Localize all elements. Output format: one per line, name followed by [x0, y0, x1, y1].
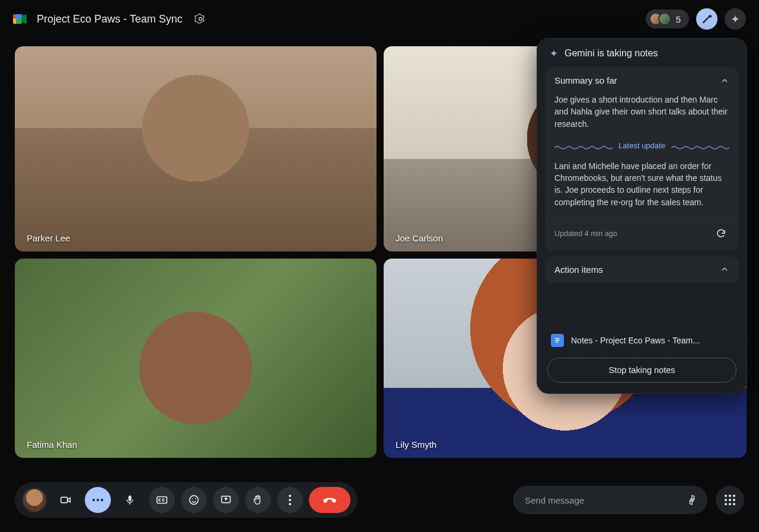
- bottom-bar-right: [513, 486, 744, 514]
- top-bar-left: Project Eco Paws - Team Sync: [13, 9, 210, 28]
- svg-point-27: [725, 503, 727, 505]
- wave-divider-icon: [554, 145, 613, 146]
- camera-toggle-button[interactable]: [53, 487, 79, 513]
- microphone-toggle-button[interactable]: [117, 487, 143, 513]
- svg-point-25: [729, 499, 731, 501]
- hangup-icon: [321, 492, 338, 508]
- latest-update-divider: Latest update: [554, 141, 729, 152]
- gemini-panel-title: Gemini is taking notes: [565, 48, 658, 59]
- summary-section: Summary so far Joe gives a short introdu…: [545, 67, 739, 250]
- svg-rect-11: [129, 502, 130, 504]
- svg-point-17: [289, 495, 291, 497]
- summary-header-label: Summary so far: [554, 75, 617, 85]
- refresh-summary-button[interactable]: [713, 225, 729, 242]
- gemini-button[interactable]: [725, 8, 746, 30]
- top-bar-right: 5: [646, 8, 746, 30]
- svg-rect-10: [129, 496, 132, 501]
- svg-point-22: [729, 495, 731, 497]
- gear-icon: [686, 494, 698, 506]
- take-notes-button[interactable]: [696, 8, 717, 30]
- participants-count: 5: [676, 14, 681, 24]
- camera-icon: [59, 493, 72, 506]
- avatar: [658, 12, 671, 26]
- gemini-spark-icon: [549, 49, 559, 58]
- chevron-up-icon: [720, 265, 729, 274]
- meet-logo-icon: [13, 12, 28, 26]
- gemini-notes-panel: Gemini is taking notes Summary so far Jo…: [537, 38, 747, 394]
- svg-point-7: [93, 499, 95, 501]
- svg-point-13: [190, 496, 199, 505]
- leave-call-button[interactable]: [309, 487, 350, 513]
- participant-tile[interactable]: Fatima Khan: [15, 259, 377, 458]
- meeting-title: Project Eco Paws - Team Sync: [37, 13, 183, 26]
- summary-latest-text: Lani and Michelle have placed an order f…: [554, 160, 729, 208]
- svg-point-28: [729, 503, 731, 505]
- docs-icon: [551, 334, 564, 347]
- microphone-icon: [124, 494, 136, 506]
- action-items-label: Action items: [554, 265, 603, 275]
- emoji-icon: [187, 493, 200, 506]
- refresh-icon: [716, 228, 726, 239]
- svg-point-19: [289, 503, 291, 505]
- chat-compose: [513, 486, 707, 514]
- chat-input[interactable]: [524, 495, 681, 506]
- svg-point-26: [733, 499, 735, 501]
- stop-notes-label: Stop taking notes: [608, 365, 675, 375]
- svg-point-18: [289, 499, 291, 501]
- apps-grid-icon: [724, 494, 736, 506]
- notes-doc-link[interactable]: Notes - Project Eco Paws - Team...: [547, 330, 736, 351]
- wave-divider-icon: [671, 145, 729, 146]
- action-items-section: Action items: [545, 256, 739, 283]
- svg-rect-4: [556, 340, 560, 340]
- participant-name: Joe Carlson: [396, 233, 443, 243]
- summary-section-header[interactable]: Summary so far: [545, 67, 739, 94]
- svg-point-0: [199, 18, 202, 21]
- svg-rect-3: [556, 338, 560, 339]
- stop-taking-notes-button[interactable]: Stop taking notes: [547, 358, 736, 383]
- notes-doc-title: Notes - Project Eco Paws - Team...: [571, 336, 700, 345]
- top-bar: Project Eco Paws - Team Sync 5: [0, 0, 759, 38]
- participant-name: Fatima Khan: [27, 439, 77, 450]
- chat-settings-button[interactable]: [681, 489, 703, 511]
- bottom-bar: [0, 468, 759, 532]
- more-options-button[interactable]: [277, 487, 303, 513]
- summary-text: Joe gives a short introduction and then …: [554, 94, 729, 130]
- raise-hand-button[interactable]: [245, 487, 271, 513]
- gemini-panel-header: Gemini is taking notes: [537, 39, 747, 67]
- captions-icon: [155, 493, 168, 506]
- call-controls: [15, 482, 358, 518]
- dots-vertical-icon: [288, 494, 292, 506]
- reactions-button[interactable]: [181, 487, 207, 513]
- apps-grid-button[interactable]: [716, 486, 744, 514]
- participant-name: Parker Lee: [27, 233, 70, 243]
- present-icon: [219, 493, 232, 506]
- svg-point-1: [710, 15, 711, 16]
- svg-point-29: [733, 503, 735, 505]
- participants-avatars: [649, 12, 671, 26]
- svg-point-24: [725, 499, 727, 501]
- gemini-panel-body[interactable]: Summary so far Joe gives a short introdu…: [537, 67, 747, 326]
- gemini-panel-footer: Notes - Project Eco Paws - Team... Stop …: [537, 326, 747, 393]
- participant-tile[interactable]: Parker Lee: [15, 46, 377, 251]
- present-screen-button[interactable]: [213, 487, 239, 513]
- svg-point-14: [192, 498, 193, 499]
- svg-rect-6: [61, 497, 68, 502]
- self-avatar[interactable]: [22, 488, 47, 512]
- svg-point-8: [97, 499, 99, 501]
- svg-point-23: [733, 495, 735, 497]
- svg-point-15: [195, 498, 196, 499]
- audio-options-button[interactable]: [85, 487, 111, 513]
- action-items-header[interactable]: Action items: [545, 256, 739, 283]
- latest-update-label: Latest update: [618, 141, 665, 152]
- dots-horizontal-icon: [92, 498, 104, 502]
- captions-button[interactable]: [149, 487, 175, 513]
- updated-timestamp: Updated 4 min ago: [554, 230, 617, 238]
- chevron-up-icon: [720, 76, 729, 85]
- summary-section-body: Joe gives a short introduction and then …: [545, 94, 739, 218]
- svg-rect-5: [556, 342, 559, 342]
- summary-updated-row: Updated 4 min ago: [545, 218, 739, 250]
- raise-hand-icon: [252, 494, 264, 506]
- participant-name: Lily Smyth: [396, 439, 436, 450]
- participants-button[interactable]: 5: [646, 9, 689, 28]
- meeting-settings-button[interactable]: [191, 9, 210, 28]
